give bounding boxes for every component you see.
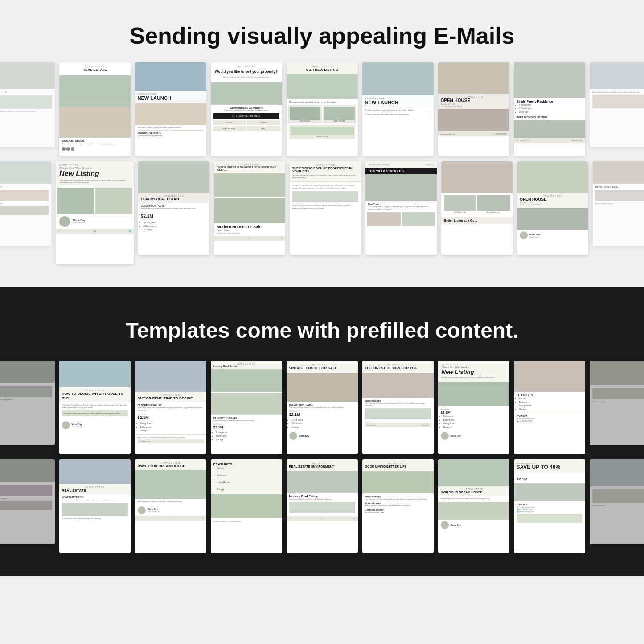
template-card-design-left2[interactable]: Modern design [0, 459, 55, 544]
template-card-new-listing[interactable]: NEWSLETTER Check Out This Week's New Lis… [56, 161, 134, 264]
template-card-new-s[interactable]: NEWSLETTER Luxury Real Estate DESCRIPTIO… [211, 361, 282, 454]
template-card-design-left[interactable]: Beautiful living spaces [0, 361, 55, 445]
template-row-4: Modern design NEWSLETTER REAL ESTATE MOD… [9, 459, 635, 553]
template-card-vintage[interactable]: NEWSLETTER VINTAGE HOUSE FOR SALE DESCRI… [287, 361, 358, 454]
template-card-pricing[interactable]: NEWSLETTER THE PRICING POOL OF PROPERTIE… [290, 161, 361, 255]
template-card-own-dream2[interactable]: NEWSLETTER OWN YOUR DREAM HOUSE Find you… [438, 459, 509, 553]
template-card-newsletter-b[interactable]: NEWSLETTER CHECK OUT OUR NEWEST LISTING … [214, 161, 285, 255]
template-card-our-listing[interactable]: NEWSLETTER OUR NEW LISTING New propertie… [287, 62, 358, 156]
template-card-features-right[interactable]: FEATURES Kitchen Bedroom Living Room Gar… [514, 361, 585, 454]
dark-section: Templates come with prefilled content. B… [0, 287, 644, 576]
template-card-save40[interactable]: More affordable price !!! SAVE UP TO 40%… [514, 459, 585, 553]
template-card-open-house2[interactable]: NEWSLETTER OPEN HOUSE January 27, 2024 1… [517, 161, 588, 255]
template-card-exclusive[interactable]: More exclusive listings available in pre… [590, 62, 644, 147]
template-card-good-living[interactable]: NEWSLETTER GOOD LIVING BETTER LIFE Elega… [362, 459, 434, 553]
template-card-partial-right3[interactable]: Premium options [590, 459, 644, 544]
template-card-partial-right2[interactable]: Premium listings [590, 361, 644, 445]
template-card-features-b[interactable]: FEATURES Kitchen Bedroom Living Room Gar… [211, 459, 282, 553]
template-card-interior[interactable]: Interior Lorem ipsum design text here fo… [0, 62, 55, 147]
template-card-real-estate-env[interactable]: NEWSLETTER REAL ESTATE ENVIRONMENT Moder… [287, 459, 358, 553]
template-card-insights[interactable]: Your Company Name June 2024 THIS WEEK'S … [365, 161, 437, 255]
template-card-new-launch2[interactable]: NEWSLETTER NEW LAUNCH Premium properties… [362, 62, 434, 156]
template-row-2: Apartment Luxury Design NEWSLETTER Check… [9, 161, 635, 264]
template-row-1: Interior Lorem ipsum design text here fo… [9, 62, 635, 156]
template-card-sell[interactable]: NEWSLETTER Would you like to sell your p… [211, 62, 282, 156]
template-card-better-living[interactable]: Better Living at a Go... Modern interior… [593, 161, 644, 246]
page-title: Sending visually appealing E-Mails [9, 4, 635, 62]
template-card-luxury[interactable]: NEWSLETTER LUXURY REAL ESTATE DESCRIPTIO… [138, 161, 209, 255]
template-card-buy-rent[interactable]: NEWSLETTER BUY OR RENT: TIME TO DECIDE D… [135, 361, 206, 454]
template-card-how-to-decide[interactable]: NEWSLETTER HOW TO DECIDE WHICH HOUSE TO … [59, 361, 131, 454]
template-card-single-family[interactable]: Single Family Residence 4 Bedrooms 3 Bat… [514, 62, 585, 156]
template-card-own-dream[interactable]: NEWSLETTER OWN YOUR DREAM HOUSE Find you… [135, 459, 206, 553]
template-card-open-house[interactable]: NEWSLETTER OPEN HOUSE Saturday @ 11AM 12… [438, 62, 509, 156]
template-card-letter-estate[interactable]: Apartment Luxury Design [0, 161, 51, 246]
template-row-3: Beautiful living spaces NEWSLETTER HOW T… [9, 361, 635, 454]
template-card-new-launch[interactable]: NEWSLETTER NEW LAUNCH Discover our lates… [135, 62, 206, 156]
template-card-bedroom[interactable]: BED ROOM BATH ROOM Better Living at a Go… [441, 161, 513, 255]
template-card-real-estate2[interactable]: NEWSLETTER REAL ESTATE MODERN INTERIOR E… [59, 459, 131, 553]
template-card-new-listing2[interactable]: NEWSLETTER Check Out This Week's New Lis… [438, 361, 509, 454]
section-heading: Templates come with prefilled content. [9, 305, 635, 361]
template-card-finest[interactable]: NEWSLETTER THE FINEST DESIGN FOR YOU Ele… [362, 361, 434, 454]
template-card-real-estate[interactable]: NEWSLETTER REAL ESTATE MINIMALIST DESIGN… [59, 62, 131, 156]
